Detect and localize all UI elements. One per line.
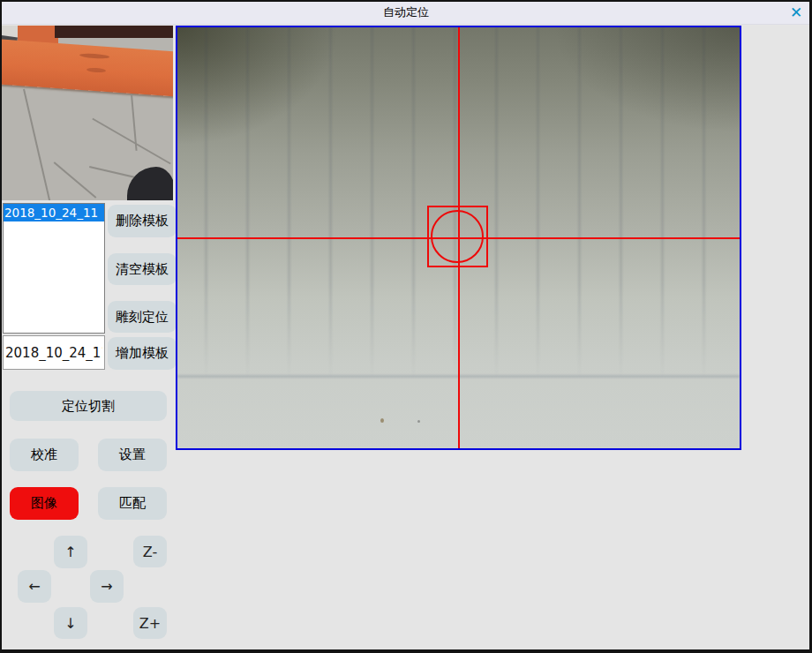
- clear-templates-button[interactable]: 清空模板: [108, 253, 177, 285]
- preview-tile-line-decor: [23, 89, 51, 200]
- jog-right-button[interactable]: →: [90, 570, 124, 603]
- jog-down-button[interactable]: ↓: [54, 607, 87, 639]
- jog-up-button[interactable]: ↑: [54, 536, 87, 568]
- jog-left-button[interactable]: ←: [18, 570, 51, 603]
- auto-position-window: 自动定位 ✕ 2018_10_24_11 删除模板 清空模板 雕刻定位 增加模板…: [0, 0, 812, 653]
- camera-view[interactable]: [176, 26, 741, 450]
- list-item[interactable]: 2018_10_24_11: [4, 204, 104, 221]
- position-cut-button[interactable]: 定位切割: [10, 391, 167, 421]
- template-list[interactable]: 2018_10_24_11: [3, 203, 105, 334]
- engrave-position-button[interactable]: 雕刻定位: [108, 301, 177, 333]
- camera-speck-decor: [380, 418, 384, 423]
- preview-dark-object-decor: [127, 167, 173, 200]
- jog-z-minus-button[interactable]: Z-: [133, 536, 167, 567]
- settings-button[interactable]: 设置: [98, 439, 167, 471]
- window-title: 自动定位: [0, 0, 812, 24]
- camera-speck-decor: [417, 420, 420, 423]
- preview-dark-band-decor: [55, 26, 173, 38]
- template-preview-image: [2, 26, 173, 200]
- titlebar: 自动定位 ✕: [0, 0, 812, 25]
- image-button[interactable]: 图像: [10, 487, 79, 520]
- preview-tile-line-decor: [92, 118, 170, 165]
- calibrate-button[interactable]: 校准: [10, 439, 79, 471]
- target-circle-overlay: [431, 210, 484, 263]
- add-template-button[interactable]: 增加模板: [108, 337, 177, 370]
- template-name-input[interactable]: [3, 335, 105, 370]
- jog-z-plus-button[interactable]: Z+: [133, 607, 167, 639]
- close-icon[interactable]: ✕: [786, 2, 807, 23]
- match-button[interactable]: 匹配: [98, 487, 167, 520]
- delete-template-button[interactable]: 删除模板: [108, 205, 177, 237]
